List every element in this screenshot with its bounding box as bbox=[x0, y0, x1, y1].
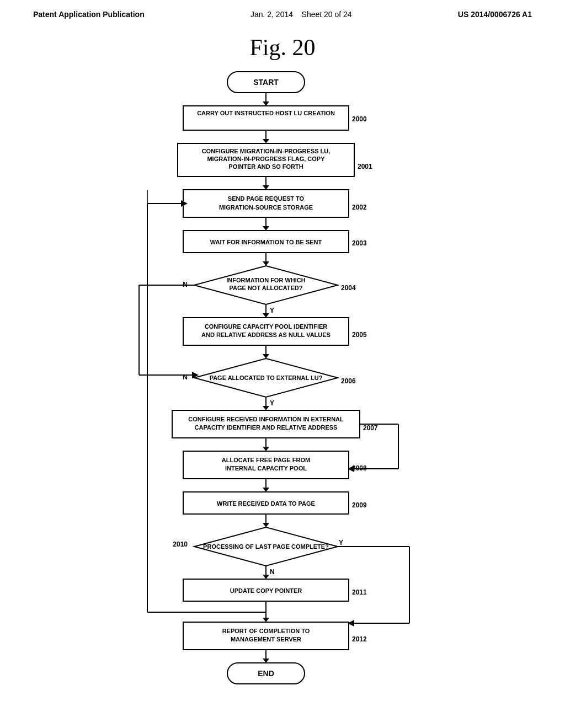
svg-marker-51 bbox=[263, 406, 269, 410]
svg-text:START: START bbox=[253, 78, 279, 87]
svg-text:N: N bbox=[270, 568, 275, 576]
svg-text:MIGRATION-SOURCE STORAGE: MIGRATION-SOURCE STORAGE bbox=[219, 204, 313, 211]
svg-text:ALLOCATE FREE PAGE FROM: ALLOCATE FREE PAGE FROM bbox=[222, 457, 310, 463]
svg-text:2004: 2004 bbox=[341, 284, 356, 292]
svg-text:Y: Y bbox=[270, 307, 274, 314]
svg-text:2005: 2005 bbox=[352, 331, 367, 339]
svg-marker-38 bbox=[263, 313, 269, 318]
svg-text:AND RELATIVE ADDRESS AS NULL V: AND RELATIVE ADDRESS AS NULL VALUES bbox=[201, 331, 331, 338]
svg-text:2007: 2007 bbox=[363, 424, 378, 432]
svg-text:Y: Y bbox=[270, 399, 274, 407]
svg-text:PAGE NOT ALLOCATED?: PAGE NOT ALLOCATED? bbox=[229, 285, 302, 291]
svg-text:INTERNAL CAPACITY POOL: INTERNAL CAPACITY POOL bbox=[225, 465, 307, 472]
page-header: Patent Application Publication Jan. 2, 2… bbox=[0, 0, 565, 24]
diagram-title: Fig. 20 bbox=[0, 34, 565, 61]
flowchart-svg: START CARRY OUT INSTRUCTED HOST LU CREAT… bbox=[67, 66, 498, 717]
publication-date: Jan. 2, 2014 Sheet 20 of 24 bbox=[250, 10, 352, 19]
svg-marker-80 bbox=[263, 575, 269, 579]
svg-text:2002: 2002 bbox=[352, 204, 367, 211]
svg-text:2003: 2003 bbox=[352, 239, 367, 247]
svg-text:CAPACITY IDENTIFIER AND RELATI: CAPACITY IDENTIFIER AND RELATIVE ADDRESS bbox=[195, 424, 338, 431]
svg-text:2011: 2011 bbox=[352, 588, 367, 596]
svg-marker-44 bbox=[263, 354, 269, 358]
svg-text:CONFIGURE RECEIVED INFORMATION: CONFIGURE RECEIVED INFORMATION IN EXTERN… bbox=[188, 416, 344, 422]
svg-text:REPORT OF COMPLETION TO: REPORT OF COMPLETION TO bbox=[222, 628, 310, 634]
svg-text:CONFIGURE CAPACITY POOL IDENTI: CONFIGURE CAPACITY POOL IDENTIFIER bbox=[205, 323, 328, 330]
svg-text:MIGRATION-IN-PROGRESS FLAG, CO: MIGRATION-IN-PROGRESS FLAG, COPY bbox=[207, 156, 325, 162]
svg-marker-26 bbox=[263, 261, 269, 266]
svg-text:UPDATE COPY POINTER: UPDATE COPY POINTER bbox=[230, 587, 302, 594]
publication-label: Patent Application Publication bbox=[33, 10, 145, 19]
svg-text:N: N bbox=[183, 373, 188, 381]
svg-text:2008: 2008 bbox=[352, 464, 367, 472]
svg-marker-100 bbox=[263, 659, 269, 663]
svg-text:Y: Y bbox=[339, 539, 343, 547]
svg-text:SEND PAGE REQUEST TO: SEND PAGE REQUEST TO bbox=[228, 195, 305, 202]
svg-text:PAGE ALLOCATED TO EXTERNAL LU?: PAGE ALLOCATED TO EXTERNAL LU? bbox=[210, 374, 323, 381]
svg-marker-67 bbox=[263, 488, 269, 492]
svg-text:WRITE RECEIVED DATA TO PAGE: WRITE RECEIVED DATA TO PAGE bbox=[217, 500, 315, 507]
svg-text:CONFIGURE MIGRATION-IN-PROGRES: CONFIGURE MIGRATION-IN-PROGRESS LU, bbox=[202, 148, 331, 154]
svg-text:2010: 2010 bbox=[173, 540, 188, 548]
svg-text:MANAGEMENT SERVER: MANAGEMENT SERVER bbox=[231, 636, 301, 643]
svg-text:CARRY OUT INSTRUCTED HOST LU C: CARRY OUT INSTRUCTED HOST LU CREATION bbox=[197, 110, 335, 116]
svg-text:POINTER AND SO FORTH: POINTER AND SO FORTH bbox=[228, 163, 303, 170]
svg-marker-61 bbox=[263, 447, 269, 451]
svg-text:2009: 2009 bbox=[352, 501, 367, 509]
svg-marker-3 bbox=[263, 101, 269, 106]
svg-text:PROCESSING OF LAST PAGE COMPLE: PROCESSING OF LAST PAGE COMPLETE? bbox=[203, 543, 329, 550]
svg-text:2001: 2001 bbox=[358, 163, 372, 170]
svg-marker-8 bbox=[263, 139, 269, 143]
svg-text:2012: 2012 bbox=[352, 635, 367, 643]
svg-text:WAIT FOR INFORMATION TO BE SEN: WAIT FOR INFORMATION TO BE SENT bbox=[210, 239, 322, 245]
svg-text:2006: 2006 bbox=[341, 377, 356, 385]
svg-rect-16 bbox=[183, 190, 349, 217]
svg-marker-21 bbox=[263, 226, 269, 231]
svg-marker-94 bbox=[263, 618, 269, 622]
svg-text:END: END bbox=[258, 669, 274, 678]
svg-text:INFORMATION FOR WHICH: INFORMATION FOR WHICH bbox=[226, 277, 305, 283]
svg-marker-15 bbox=[263, 185, 269, 190]
svg-marker-72 bbox=[263, 523, 269, 527]
svg-text:2000: 2000 bbox=[352, 115, 367, 123]
patent-number: US 2014/0006726 A1 bbox=[458, 10, 532, 19]
